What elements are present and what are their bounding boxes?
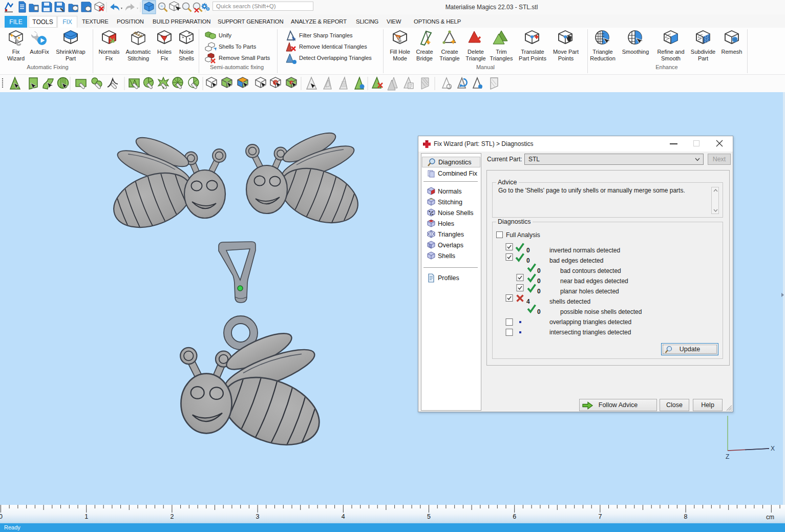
svg-text:overlapping triangles detected: overlapping triangles detected [549,318,631,326]
svg-text:3: 3 [256,513,260,520]
svg-text:4: 4 [342,513,345,520]
svg-text:shells detected: shells detected [549,298,590,305]
svg-text:Z: Z [726,453,729,460]
svg-text:0: 0 [537,308,541,315]
svg-text:0: 0 [0,513,3,520]
svg-text:bad contours detected: bad contours detected [560,267,621,274]
svg-text:inverted normals detected: inverted normals detected [549,247,620,254]
svg-text:1: 1 [84,513,88,520]
svg-text:0: 0 [537,278,541,285]
svg-text:6: 6 [513,513,516,520]
svg-text:planar holes detected: planar holes detected [560,288,619,295]
svg-text:near bad edges detected: near bad edges detected [560,278,628,285]
svg-text:0: 0 [526,257,530,264]
svg-text:5: 5 [427,513,431,520]
svg-text:bad edges detected: bad edges detected [549,257,603,264]
svg-text:2: 2 [170,513,174,520]
svg-text:intersecting triangles detecte: intersecting triangles detected [549,329,631,336]
svg-text:0: 0 [537,288,541,295]
svg-text:7: 7 [598,513,602,520]
svg-text:0: 0 [537,267,541,274]
svg-text:0: 0 [526,247,530,254]
svg-text:8: 8 [684,513,688,520]
svg-text:4: 4 [526,298,530,305]
svg-text:possible noise shells detected: possible noise shells detected [560,308,642,315]
svg-text:X: X [771,445,775,452]
